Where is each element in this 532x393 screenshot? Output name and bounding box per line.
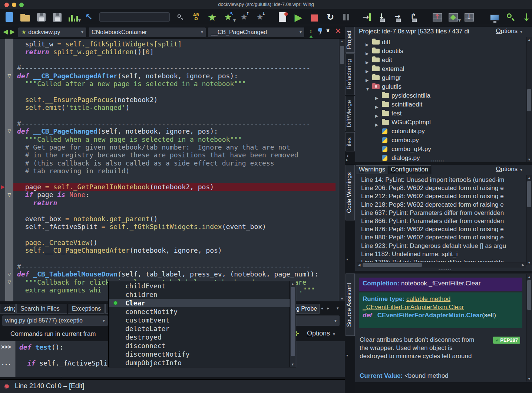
completion-item-disconnectNotify[interactable]: disconnectNotify xyxy=(109,350,290,358)
dropdown-caret-icon[interactable]: ▼ xyxy=(458,19,461,22)
warning-row[interactable]: Line 866: PyLint: Parameters differ from… xyxy=(361,217,504,225)
code-line[interactable]: event_box = notebook.get_parent() xyxy=(0,215,336,223)
panel-resize-handle[interactable]: ••••••• xyxy=(431,160,445,162)
code-line[interactable]: split_w = self._fGtkSplitWidgets[split] xyxy=(0,40,336,48)
code-line[interactable]: """Called after a new page is selected i… xyxy=(0,80,336,88)
completion-item-childEvent[interactable]: childEvent xyxy=(109,282,290,290)
panel-resize-handle[interactable]: ••••••• xyxy=(439,269,452,271)
code-line[interactable]: def __CB_PageChangedAfter(self, notebook… xyxy=(0,72,336,80)
save-all-icon[interactable] xyxy=(52,11,63,23)
tree-item-diff[interactable]: ▶diff xyxy=(355,38,390,47)
toolbar-search-input[interactable] xyxy=(99,12,170,22)
warnings-hscrollbar[interactable]: ◀ ▶ xyxy=(357,262,526,268)
completion-item-disconnect[interactable]: disconnect xyxy=(109,341,290,350)
warnings-indicator-icon[interactable]: ! xyxy=(308,28,314,35)
code-line[interactable]: self.emit('title-changed') xyxy=(0,104,336,111)
code-line[interactable]: def _CB_TabLabelMouseDown(self, tab_labe… xyxy=(0,270,336,278)
debug-run-icon[interactable]: ▶ xyxy=(293,11,304,23)
tab-warnings[interactable]: Warnings xyxy=(356,165,388,174)
code-line[interactable] xyxy=(0,230,336,238)
step-down-icon[interactable]: ↓ xyxy=(377,11,388,23)
bookmark-next-icon[interactable]: ★↓ xyxy=(254,11,265,23)
file-selector[interactable]: ★dockview.py ▼ xyxy=(18,27,86,37)
runtime-type-link[interactable]: callable method xyxy=(406,295,450,302)
select-pointer-icon[interactable]: ↖ xyxy=(83,11,95,23)
breakpoint-file-icon[interactable]: ● xyxy=(277,11,288,23)
code-line[interactable]: def __CB_PageChanged(self, notebook, ign… xyxy=(0,127,336,135)
side-tab-refactoring[interactable]: Refactoring xyxy=(346,53,355,95)
tab-configuration[interactable]: Configuration xyxy=(388,165,431,174)
nav-back-icon[interactable]: ◀ xyxy=(3,28,8,36)
bookmark-prev-icon[interactable]: ★↑ xyxy=(238,11,250,23)
code-editor[interactable]: split_w = self._fGtkSplitWidgets[split] … xyxy=(0,38,345,301)
search-icon[interactable] xyxy=(175,11,186,23)
method-selector[interactable]: __CB_PageChanged ▼ xyxy=(208,27,305,37)
tree-item-scintillaedit[interactable]: ▶scintillaedit xyxy=(355,100,422,109)
fold-marker-icon[interactable]: ▽ xyxy=(6,72,13,80)
warning-row[interactable]: Line 212: Pep8: W602 deprecated form of … xyxy=(361,192,504,200)
completion-item-children[interactable]: children xyxy=(109,290,290,299)
code-line[interactable]: # tab removing in rebuild) xyxy=(0,167,336,175)
tab-scroll-arrows[interactable]: ▾ xyxy=(346,353,348,357)
code-line[interactable]: self._fActiveSplit = self._fGtkSplitWidg… xyxy=(0,223,336,230)
project-options-button[interactable]: Options▼ xyxy=(496,27,523,35)
console-line[interactable]: ... pos = 1 xyxy=(0,375,345,377)
debug-io-icon[interactable] xyxy=(489,11,500,23)
warning-row[interactable]: Line 14: PyLint: Unused import itertools… xyxy=(361,176,504,184)
collapse-chevron-icon[interactable]: ∨ xyxy=(326,27,330,34)
completion-item-destroyed[interactable]: destroyed xyxy=(109,333,290,341)
side-tab-project[interactable]: Project xyxy=(346,27,355,53)
code-line[interactable]: """Called when a new page is selected in… xyxy=(0,135,336,143)
completion-item-connectNotify[interactable]: connectNotify xyxy=(109,307,290,316)
warning-row[interactable]: Line 637: PyLint: Parameters differ from… xyxy=(361,209,504,217)
code-line[interactable]: self.__CB_PageChangedAfter(notebook, ign… xyxy=(0,246,336,254)
bookmark-select-icon[interactable]: ★↖▼ xyxy=(222,11,234,23)
popup-scrollbar[interactable]: ▲ ▼ xyxy=(289,281,296,367)
tool-tab-debug-probe[interactable]: g Probe xyxy=(292,304,320,314)
stack-frame-icon[interactable]: ◆▼ xyxy=(447,11,459,23)
tab-scroll-arrows[interactable]: ◂▸ xyxy=(346,154,348,162)
code-line[interactable]: #---------------------------------------… xyxy=(0,262,336,270)
bookmark-icon[interactable]: ★ xyxy=(206,11,218,23)
dropdown-caret-icon[interactable]: ▼ xyxy=(233,19,236,22)
completion-item-customEvent[interactable]: customEvent xyxy=(109,316,290,324)
tree-item-colorutils-py[interactable]: colorutils.py xyxy=(355,127,425,136)
stack-down-icon[interactable]: ↓ xyxy=(463,11,475,23)
replace-icon[interactable]: ABΩ xyxy=(191,11,202,23)
code-line[interactable]: page._CreateView() xyxy=(0,239,336,246)
code-line[interactable] xyxy=(0,207,336,214)
code-line[interactable] xyxy=(0,56,336,64)
new-file-icon[interactable] xyxy=(4,11,15,23)
code-line[interactable]: if page is None: xyxy=(0,191,336,199)
tree-item-external[interactable]: ▶external xyxy=(355,65,404,73)
warnings-vscrollbar[interactable]: ▲ ▼ xyxy=(526,175,532,265)
code-line[interactable]: return xyxy=(0,199,336,207)
step-over-icon[interactable]: → xyxy=(393,11,404,23)
tree-item-guimgr[interactable]: ▶guimgr xyxy=(355,73,401,82)
completion-item-Clear[interactable]: Clear xyxy=(109,299,290,307)
close-editor-icon[interactable]: × xyxy=(335,26,341,35)
tab-scroll-arrows[interactable]: ◂ ▸ xyxy=(321,306,331,311)
side-tab-diff-merge[interactable]: Diff/Merge xyxy=(346,96,355,131)
completion-item-deleteLater[interactable]: deleteLater xyxy=(109,324,290,333)
tool-tab-search-in-files[interactable]: Search in Files xyxy=(16,304,67,314)
open-file-icon[interactable] xyxy=(20,11,31,23)
warning-row[interactable]: Line 880: Pep8: W602 deprecated form of … xyxy=(361,233,504,242)
warning-row[interactable]: Line 1182: Undefined name: split_i xyxy=(361,250,458,258)
debug-process-selector[interactable]: wing.py (pid 85777) (exceptio ▼ xyxy=(2,315,108,326)
tree-item-combo-py[interactable]: combo.py xyxy=(355,136,419,145)
tree-item-guiutils[interactable]: ▼guiutils xyxy=(355,82,402,91)
save-icon[interactable] xyxy=(36,11,47,23)
probe-options-button[interactable]: Options▼ xyxy=(307,330,336,337)
warning-row[interactable]: Line 218: Pep8: W602 deprecated form of … xyxy=(361,201,504,209)
tool-tab-sting[interactable]: sting xyxy=(0,304,16,314)
probe-history-selector[interactable]: ▼ xyxy=(292,315,340,326)
side-tab-code-warnings[interactable]: Code Warnings xyxy=(346,165,355,220)
code-line[interactable]: #---------------------------------------… xyxy=(0,64,336,72)
dropdown-caret-icon[interactable]: ▼ xyxy=(78,19,81,22)
fold-marker-icon[interactable]: ▽ xyxy=(6,127,13,135)
warning-row[interactable]: Line 206: Pep8: W602 deprecated form of … xyxy=(361,184,504,192)
fold-marker-icon[interactable]: ▽ xyxy=(6,271,13,278)
tool-tab-exceptions[interactable]: Exceptions xyxy=(68,304,105,314)
side-tab-iles[interactable]: iles xyxy=(346,132,355,151)
